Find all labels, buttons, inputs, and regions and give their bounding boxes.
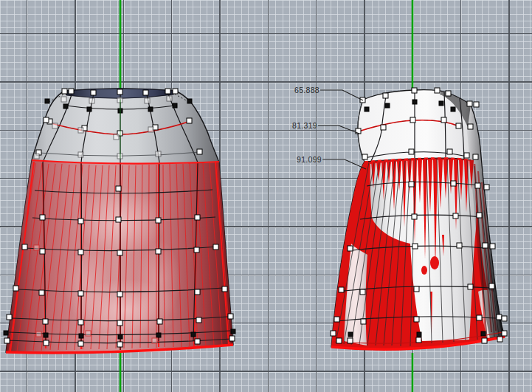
model-front-view[interactable] [4, 89, 235, 353]
dimension-leader [320, 90, 363, 100]
dimension-label[interactable]: 65.888 [294, 86, 319, 94]
dimension-65888[interactable]: 65.888 [294, 86, 363, 100]
dimension-annotations[interactable]: 65.888 81.319 91.099 [292, 86, 366, 169]
dimension-leader [322, 159, 366, 169]
dimension-leader [318, 125, 359, 134]
dimension-91099[interactable]: 91.099 [297, 155, 366, 169]
model-perspective-view[interactable] [331, 88, 507, 349]
dimension-81319[interactable]: 81.319 [292, 121, 359, 134]
scene[interactable]: 65.888 81.319 91.099 [0, 0, 532, 392]
dimension-label[interactable]: 81.319 [292, 121, 317, 130]
viewport-canvas[interactable]: 65.888 81.319 91.099 [0, 0, 532, 392]
dimension-label[interactable]: 91.099 [297, 155, 322, 164]
